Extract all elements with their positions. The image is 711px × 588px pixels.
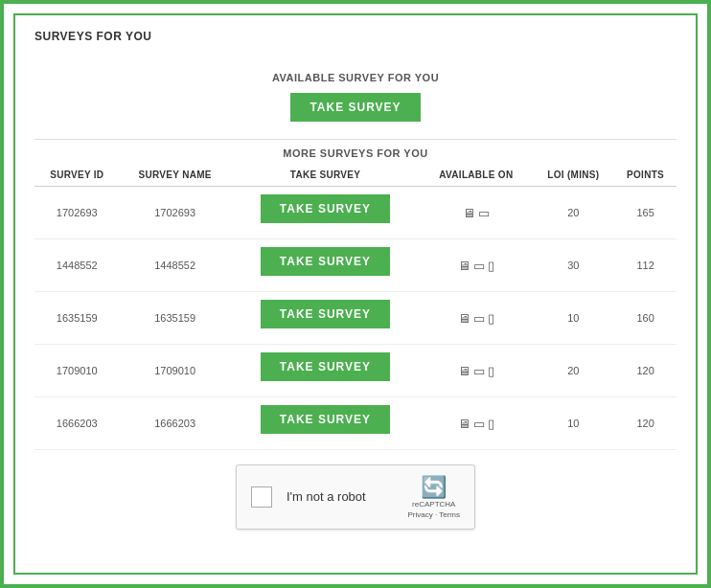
monitor-icon: 🖥 xyxy=(458,364,470,378)
cell-devices: 🖥▭▯ xyxy=(420,397,532,450)
more-surveys-label: MORE SURVEYS FOR YOU xyxy=(34,140,677,164)
inner-border: SURVEYS FOR YOU AVAILABLE SURVEY FOR YOU… xyxy=(13,13,698,575)
table-row: 16351591635159TAKE SURVEY🖥▭▯10160 xyxy=(34,292,677,345)
cell-devices: 🖥▭▯ xyxy=(420,239,532,292)
table-row: 17026931702693TAKE SURVEY🖥▭20165 xyxy=(34,187,677,239)
cell-devices: 🖥▭▯ xyxy=(420,292,532,345)
cell-loi: 10 xyxy=(533,292,615,345)
captcha-logo: 🔄 reCAPTCHA Privacy · Terms xyxy=(407,475,460,519)
surveys-table: SURVEY ID SURVEY NAME TAKE SURVEY AVAILA… xyxy=(34,164,677,450)
take-survey-button-1635159[interactable]: TAKE SURVEY xyxy=(261,300,390,328)
tablet-icon: ▭ xyxy=(478,206,490,220)
cell-id: 1635159 xyxy=(34,292,120,345)
cell-take-survey: TAKE SURVEY xyxy=(231,187,420,239)
monitor-icon: 🖥 xyxy=(458,259,470,273)
captcha-checkbox[interactable] xyxy=(251,486,272,508)
col-header-points: POINTS xyxy=(614,164,677,187)
available-label: AVAILABLE SURVEY FOR YOU xyxy=(34,72,677,83)
page-title: SURVEYS FOR YOU xyxy=(34,30,677,43)
take-survey-button-1666203[interactable]: TAKE SURVEY xyxy=(261,405,390,434)
cell-name: 1448552 xyxy=(120,239,231,292)
table-header-row: SURVEY ID SURVEY NAME TAKE SURVEY AVAILA… xyxy=(34,164,677,187)
cell-name: 1702693 xyxy=(120,187,231,239)
cell-name: 1709010 xyxy=(120,345,231,397)
table-row: 16662031666203TAKE SURVEY🖥▭▯10120 xyxy=(34,397,677,450)
cell-take-survey: TAKE SURVEY xyxy=(231,345,420,397)
captcha-container: I'm not a robot 🔄 reCAPTCHA Privacy · Te… xyxy=(34,464,677,530)
col-header-loi: LOI (MINS) xyxy=(533,164,615,187)
cell-devices: 🖥▭ xyxy=(420,187,532,239)
col-header-take: TAKE SURVEY xyxy=(231,164,420,187)
cell-loi: 30 xyxy=(533,239,615,292)
tablet-icon: ▭ xyxy=(473,311,485,326)
tablet-icon: ▭ xyxy=(473,417,485,431)
monitor-icon: 🖥 xyxy=(463,206,475,220)
mobile-icon: ▯ xyxy=(488,417,494,431)
monitor-icon: 🖥 xyxy=(458,417,470,431)
mobile-icon: ▯ xyxy=(488,364,494,378)
cell-name: 1666203 xyxy=(120,397,231,450)
cell-points: 120 xyxy=(614,345,677,397)
available-section: AVAILABLE SURVEY FOR YOU TAKE SURVEY xyxy=(34,62,677,140)
cell-points: 120 xyxy=(614,397,677,450)
cell-id: 1702693 xyxy=(34,187,120,239)
cell-id: 1666203 xyxy=(34,397,120,450)
col-header-available: AVAILABLE ON xyxy=(420,164,532,187)
monitor-icon: 🖥 xyxy=(458,311,470,326)
cell-loi: 20 xyxy=(533,345,615,397)
captcha-box: I'm not a robot 🔄 reCAPTCHA Privacy · Te… xyxy=(236,464,475,530)
take-survey-button-1702693[interactable]: TAKE SURVEY xyxy=(261,194,390,223)
col-header-id: SURVEY ID xyxy=(34,164,120,187)
tablet-icon: ▭ xyxy=(473,364,485,378)
col-header-name: SURVEY NAME xyxy=(120,164,231,187)
recaptcha-icon: 🔄 xyxy=(421,475,447,500)
table-row: 17090101709010TAKE SURVEY🖥▭▯20120 xyxy=(34,345,677,397)
captcha-label: I'm not a robot xyxy=(287,489,393,504)
table-row: 14485521448552TAKE SURVEY🖥▭▯30112 xyxy=(34,239,677,292)
cell-loi: 20 xyxy=(533,187,615,239)
cell-take-survey: TAKE SURVEY xyxy=(231,239,420,292)
mobile-icon: ▯ xyxy=(488,311,494,326)
tablet-icon: ▭ xyxy=(473,259,485,273)
take-survey-button-1709010[interactable]: TAKE SURVEY xyxy=(261,352,390,381)
mobile-icon: ▯ xyxy=(488,259,494,273)
cell-points: 112 xyxy=(614,239,677,292)
cell-id: 1448552 xyxy=(34,239,120,292)
cell-devices: 🖥▭▯ xyxy=(420,345,532,397)
take-survey-button-1448552[interactable]: TAKE SURVEY xyxy=(261,247,390,276)
cell-loi: 10 xyxy=(533,397,615,450)
cell-take-survey: TAKE SURVEY xyxy=(231,397,420,450)
captcha-links[interactable]: Privacy · Terms xyxy=(407,510,460,519)
cell-points: 160 xyxy=(614,292,677,345)
captcha-brand: reCAPTCHA xyxy=(412,501,455,509)
cell-points: 165 xyxy=(614,187,677,239)
cell-take-survey: TAKE SURVEY xyxy=(231,292,420,345)
available-take-survey-button[interactable]: TAKE SURVEY xyxy=(290,93,420,122)
cell-id: 1709010 xyxy=(34,345,120,397)
outer-border: SURVEYS FOR YOU AVAILABLE SURVEY FOR YOU… xyxy=(0,0,711,588)
cell-name: 1635159 xyxy=(120,292,231,345)
